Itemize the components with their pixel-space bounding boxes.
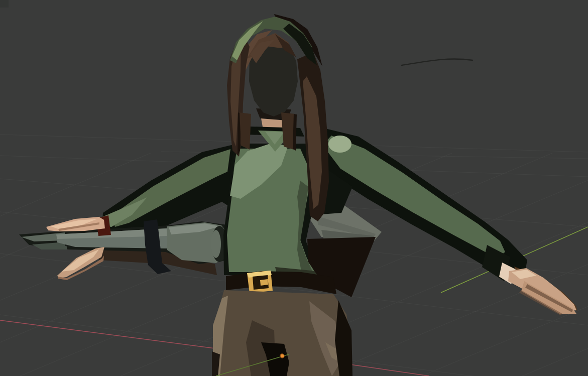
3d-viewport[interactable]: [0, 0, 588, 376]
corner-patch: [0, 0, 9, 8]
origin-dot[interactable]: [280, 354, 284, 358]
object-origin-dot[interactable]: [280, 354, 284, 358]
hair-strand-left[interactable]: [240, 112, 251, 150]
right-shoulder-highlight[interactable]: [328, 136, 351, 153]
rifle-butt-inner: [211, 230, 221, 258]
belt-buckle-tab: [260, 279, 268, 286]
viewport-canvas[interactable]: [0, 0, 588, 376]
